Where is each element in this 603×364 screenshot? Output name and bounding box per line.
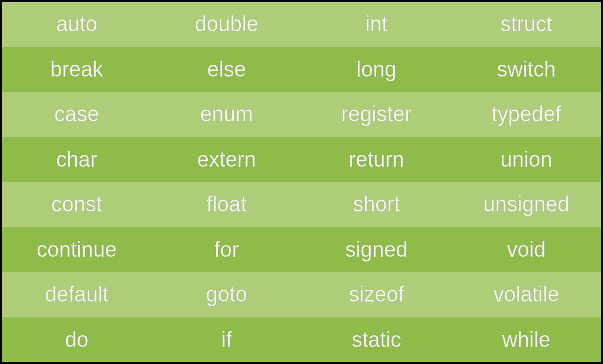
table-row: continue for signed void <box>2 227 601 273</box>
keyword-cell: const <box>2 194 152 215</box>
keyword-cell: sizeof <box>302 284 452 305</box>
keyword-cell: continue <box>2 239 152 260</box>
keyword-cell: long <box>302 59 452 80</box>
keyword-cell: switch <box>452 59 602 80</box>
keyword-cell: goto <box>152 284 302 305</box>
keyword-cell: char <box>2 149 152 170</box>
keyword-cell: while <box>452 329 602 350</box>
keyword-cell: static <box>302 329 452 350</box>
keyword-cell: do <box>2 329 152 350</box>
keyword-cell: auto <box>2 14 152 35</box>
keyword-cell: struct <box>452 14 602 35</box>
keyword-cell: register <box>302 104 452 125</box>
table-row: break else long switch <box>2 47 601 92</box>
keyword-cell: for <box>152 239 302 260</box>
keyword-cell: return <box>302 149 452 170</box>
table-row: do if static while <box>2 317 601 363</box>
table-row: auto double int struct <box>2 2 601 47</box>
keyword-cell: extern <box>152 149 302 170</box>
keywords-table: auto double int struct break else long s… <box>0 0 603 364</box>
keyword-cell: case <box>2 104 152 125</box>
table-row: char extern return union <box>2 137 601 183</box>
keyword-cell: float <box>152 194 302 215</box>
keyword-cell: void <box>452 239 602 260</box>
keyword-cell: enum <box>152 104 302 125</box>
keyword-cell: typedef <box>452 104 602 125</box>
table-row: default goto sizeof volatile <box>2 272 601 317</box>
table-row: const float short unsigned <box>2 182 601 227</box>
keyword-cell: break <box>2 59 152 80</box>
keyword-cell: unsigned <box>452 194 602 215</box>
keyword-cell: short <box>302 194 452 215</box>
keyword-cell: int <box>302 14 452 35</box>
table-row: case enum register typedef <box>2 92 601 137</box>
keyword-cell: default <box>2 284 152 305</box>
keyword-cell: signed <box>302 239 452 260</box>
keyword-cell: volatile <box>452 284 602 305</box>
keyword-cell: else <box>152 59 302 80</box>
keyword-cell: if <box>152 329 302 350</box>
keyword-cell: union <box>452 149 602 170</box>
keyword-cell: double <box>152 14 302 35</box>
